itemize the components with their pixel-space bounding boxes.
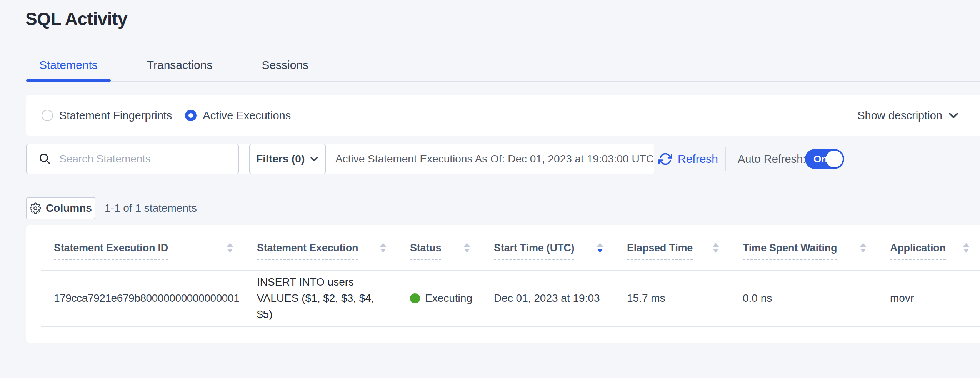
- radio-unselected-icon[interactable]: [42, 110, 53, 121]
- sort-desc-icon: [597, 249, 603, 253]
- sort-asc-icon: [713, 243, 719, 247]
- sort-asc-icon: [380, 243, 386, 247]
- search-icon: [38, 152, 52, 166]
- sql-activity-page: SQL Activity Statements Transactions Ses…: [0, 0, 980, 378]
- toggle-state-label: On: [813, 149, 827, 169]
- tab-sessions[interactable]: Sessions: [248, 57, 322, 82]
- chevron-down-icon: [948, 112, 958, 119]
- radio-statement-fingerprints[interactable]: Statement Fingerprints: [42, 109, 172, 122]
- column-header[interactable]: Start Time (UTC): [481, 225, 614, 270]
- sort-icons[interactable]: [963, 243, 969, 253]
- as-of-timestamp: Active Statement Executions As Of: Dec 0…: [335, 153, 654, 165]
- toggle-knob[interactable]: [826, 151, 843, 167]
- radio-active-executions[interactable]: Active Executions: [185, 109, 291, 122]
- refresh-icon: [658, 152, 672, 166]
- cell-time-spent-waiting: 0.0 ns: [730, 292, 877, 304]
- gear-icon: [30, 202, 41, 214]
- table-row[interactable]: 179cca7921e679b80000000000000001 INSERT …: [41, 271, 980, 327]
- column-header[interactable]: Application: [877, 225, 980, 270]
- sort-icons[interactable]: [597, 243, 603, 253]
- sort-desc-icon: [380, 249, 386, 253]
- sort-asc-icon: [963, 243, 969, 247]
- tab-transactions[interactable]: Transactions: [134, 57, 226, 82]
- cell-elapsed-time: 15.7 ms: [614, 292, 730, 304]
- vertical-divider: [725, 147, 726, 171]
- sort-asc-icon: [464, 243, 470, 247]
- sort-desc-icon: [464, 249, 470, 253]
- auto-refresh-label: Auto Refresh:: [738, 144, 806, 174]
- radio-selected-icon[interactable]: [185, 110, 197, 121]
- statement-count: 1-1 of 1 statements: [105, 197, 197, 219]
- auto-refresh-toggle[interactable]: On: [805, 149, 844, 169]
- search-box[interactable]: [26, 144, 239, 174]
- sort-icons[interactable]: [464, 243, 470, 253]
- view-mode-card: Statement Fingerprints Active Executions…: [26, 95, 980, 136]
- sort-desc-icon: [713, 249, 719, 253]
- cell-statement: INSERT INTO users VALUES ($1, $2, $3, $4…: [244, 274, 397, 323]
- table-header-row: Statement Execution ID Statement Executi…: [41, 225, 980, 271]
- sort-asc-icon: [227, 243, 233, 247]
- status-dot-icon: [410, 293, 420, 303]
- filters-button[interactable]: Filters (0): [249, 144, 326, 174]
- sort-asc-icon: [860, 243, 866, 247]
- columns-button[interactable]: Columns: [26, 197, 95, 219]
- cell-execution-id: 179cca7921e679b80000000000000001: [41, 292, 244, 304]
- cell-status: Executing: [397, 292, 481, 304]
- column-header[interactable]: Elapsed Time: [614, 225, 730, 270]
- sort-asc-icon: [597, 243, 603, 247]
- column-header[interactable]: Status: [397, 225, 481, 270]
- refresh-button[interactable]: Refresh: [658, 144, 718, 174]
- show-description-toggle[interactable]: Show description: [857, 109, 980, 122]
- column-header[interactable]: Time Spent Waiting: [730, 225, 877, 270]
- tab-bar: Statements Transactions Sessions: [26, 57, 980, 82]
- sort-desc-icon: [963, 249, 969, 253]
- page-title: SQL Activity: [25, 8, 127, 29]
- chevron-down-icon: [310, 156, 318, 162]
- search-controls-band: Filters (0) Active Statement Executions …: [26, 144, 654, 174]
- cell-application: movr: [877, 292, 980, 304]
- search-input[interactable]: [58, 147, 230, 171]
- sort-icons[interactable]: [713, 243, 719, 253]
- tab-statements[interactable]: Statements: [26, 57, 111, 82]
- cell-start-time: Dec 01, 2023 at 19:03: [481, 292, 614, 304]
- sort-desc-icon: [227, 249, 233, 253]
- column-header[interactable]: Statement Execution: [244, 225, 397, 270]
- sort-icons[interactable]: [860, 243, 866, 253]
- sort-icons[interactable]: [227, 243, 233, 253]
- statements-table: Statement Execution ID Statement Executi…: [26, 225, 980, 343]
- sort-icons[interactable]: [380, 243, 386, 253]
- column-header[interactable]: Statement Execution ID: [41, 225, 244, 270]
- sort-desc-icon: [860, 249, 866, 253]
